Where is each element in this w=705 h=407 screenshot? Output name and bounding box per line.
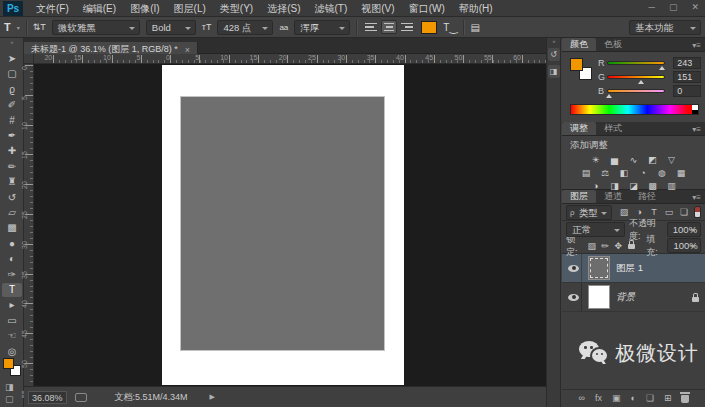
adjustment-icon[interactable]: ∿ <box>628 154 640 167</box>
menu-item[interactable]: 帮助(H) <box>452 0 500 17</box>
shape-tool[interactable]: ▭ <box>2 314 22 328</box>
lasso-tool[interactable]: ϱ <box>2 83 22 97</box>
close-icon[interactable]: ✕ <box>691 0 699 15</box>
font-size-select[interactable]: 428 点 <box>217 20 273 35</box>
color-spectrum-bar[interactable] <box>570 104 699 115</box>
tab-color[interactable]: 颜色 <box>562 38 596 51</box>
document-canvas-page[interactable] <box>162 65 404 385</box>
adjustment-icon[interactable]: ▽ <box>666 154 678 167</box>
zoom-tool[interactable]: ◎ <box>2 345 22 359</box>
panel-menu-icon[interactable]: ▾≡ <box>692 125 701 134</box>
layer-name[interactable]: 背景 <box>616 291 635 304</box>
workspace-select[interactable]: 基本功能 <box>629 20 701 35</box>
crop-tool[interactable]: # <box>2 114 22 128</box>
screen-mode-icon[interactable]: ▢ <box>5 394 14 404</box>
channel-slider[interactable] <box>607 61 665 65</box>
new-group-icon[interactable]: ❏ <box>646 392 654 404</box>
menu-item[interactable]: 图层(L) <box>167 0 213 17</box>
type-tool[interactable]: T <box>2 283 22 297</box>
filter-type-layers-icon[interactable]: T <box>648 207 660 217</box>
menu-item[interactable]: 图像(I) <box>123 0 166 17</box>
menu-item[interactable]: 选择(S) <box>260 0 307 17</box>
link-layers-icon[interactable]: ∞ <box>578 392 584 404</box>
menu-item[interactable]: 滤镜(T) <box>308 0 355 17</box>
add-mask-icon[interactable]: ▣ <box>612 392 621 404</box>
channel-value-field[interactable]: 151 <box>673 71 701 83</box>
minimize-icon[interactable]: ─ <box>649 0 655 15</box>
panel-menu-icon[interactable]: ▾≡ <box>692 41 701 50</box>
layer-filter-select[interactable]: ρ类型 <box>566 205 612 220</box>
marquee-tool[interactable]: ▢ <box>2 67 22 81</box>
opacity-select[interactable]: 100% <box>667 222 701 237</box>
tab-channels[interactable]: 通道 <box>596 190 630 203</box>
adjustment-icon[interactable]: ⚖ <box>599 167 611 180</box>
history-panel-icon[interactable]: ↺ <box>548 48 560 61</box>
tab-swatches[interactable]: 色板 <box>596 38 630 51</box>
filter-smart-objects-icon[interactable]: ❏ <box>678 207 690 217</box>
foreground-color-swatch[interactable] <box>3 358 14 369</box>
filter-toggle-icon[interactable] <box>694 206 701 218</box>
anti-alias-select[interactable]: 浑厚 <box>294 20 350 35</box>
channel-value-field[interactable]: 0 <box>673 85 701 97</box>
tab-styles[interactable]: 样式 <box>596 122 630 135</box>
toggle-panels-icon[interactable]: ▤ <box>470 20 479 35</box>
filter-shape-layers-icon[interactable]: ▭ <box>663 207 675 217</box>
slider-thumb[interactable] <box>638 80 644 84</box>
properties-panel-icon[interactable]: ◨ <box>548 65 560 78</box>
layer-style-icon[interactable]: fx <box>595 392 602 404</box>
move-tool[interactable]: ➤ <box>2 52 22 66</box>
tab-layers[interactable]: 图层 <box>562 190 596 203</box>
quick-mask-icon[interactable]: ◨ <box>5 382 14 392</box>
visibility-toggle[interactable] <box>566 254 582 282</box>
tab-paths[interactable]: 路径 <box>630 190 664 203</box>
menu-item[interactable]: 视图(V) <box>354 0 401 17</box>
tab-adjustments[interactable]: 调整 <box>562 122 596 135</box>
menu-item[interactable]: 文件(F) <box>29 0 76 17</box>
warp-text-icon[interactable]: T‿ <box>443 20 457 35</box>
lock-transparency-icon[interactable]: ▨ <box>587 241 596 251</box>
tool-preset-caret-icon[interactable]: ▾ <box>17 24 20 31</box>
clone-stamp-tool[interactable]: ♜ <box>2 175 22 189</box>
text-color-swatch[interactable] <box>421 21 437 34</box>
visibility-toggle[interactable] <box>566 283 582 311</box>
spectrum-black-swatch[interactable] <box>692 110 698 115</box>
eraser-tool[interactable]: ▱ <box>2 206 22 220</box>
align-left-icon[interactable] <box>363 20 379 34</box>
layer-row-background[interactable]: 背景 <box>562 283 705 312</box>
new-layer-icon[interactable]: ⊞ <box>664 392 672 404</box>
adjustment-icon[interactable]: ◔ <box>637 167 649 180</box>
layer-thumbnail[interactable] <box>588 285 610 309</box>
panel-menu-icon[interactable]: ▾≡ <box>692 193 701 202</box>
path-selection-tool[interactable]: ▸ <box>2 298 22 312</box>
lock-position-icon[interactable]: ✥ <box>614 241 623 251</box>
adjustment-icon[interactable]: ▦ <box>675 167 687 180</box>
dock-collapse-icon[interactable]: ‹‹ <box>547 38 560 44</box>
menu-item[interactable]: 窗口(W) <box>402 0 452 17</box>
lock-paint-icon[interactable]: ✏ <box>600 241 609 251</box>
hand-tool[interactable]: ☜ <box>2 329 22 343</box>
channel-value-field[interactable]: 243 <box>673 57 701 69</box>
status-options-arrow-icon[interactable]: ▶ <box>210 393 215 401</box>
font-family-select[interactable]: 微软雅黑 <box>52 20 140 35</box>
font-style-select[interactable]: Bold <box>146 20 196 35</box>
healing-brush-tool[interactable]: ✚ <box>2 144 22 158</box>
layer-name[interactable]: 图层 1 <box>616 262 643 275</box>
adjustment-icon[interactable]: ▅ <box>609 154 621 167</box>
channel-slider[interactable] <box>607 75 665 79</box>
slider-thumb[interactable] <box>659 66 665 70</box>
layer-thumbnail[interactable] <box>588 256 610 280</box>
adjustment-icon[interactable]: ◧ <box>618 167 630 180</box>
adjustment-icon[interactable]: ▤ <box>580 167 592 180</box>
slider-thumb[interactable] <box>606 94 612 98</box>
history-brush-tool[interactable]: ↺ <box>2 191 22 205</box>
layer-row-layer1[interactable]: 图层 1 <box>562 254 705 283</box>
blur-tool[interactable]: ● <box>2 237 22 251</box>
text-orientation-icon[interactable]: ⇅T <box>33 20 46 35</box>
zoom-level-field[interactable]: 36.08% <box>28 391 67 404</box>
filter-pixel-layers-icon[interactable]: ▨ <box>618 207 630 217</box>
new-adjustment-layer-icon[interactable]: ◐ <box>630 392 635 404</box>
adjustment-icon[interactable]: ◍ <box>656 167 668 180</box>
foreground-color-swatch[interactable] <box>570 58 583 71</box>
pen-tool[interactable]: ✑ <box>2 268 22 282</box>
adjustment-icon[interactable]: ◩ <box>647 154 659 167</box>
